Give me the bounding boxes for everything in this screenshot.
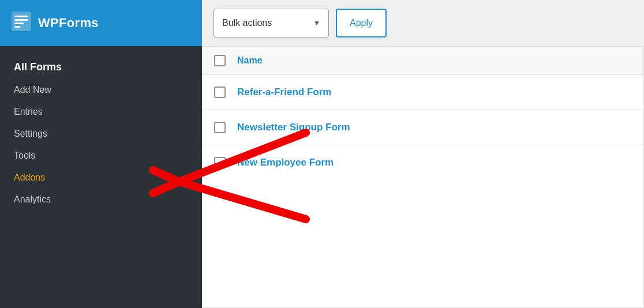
chevron-down-icon: ▼	[313, 19, 320, 27]
sidebar-nav: All Forms Add New Entries Settings Tools…	[0, 46, 202, 308]
forms-table: Name Refer-a-Friend Form Newsletter Sign…	[202, 46, 644, 308]
sidebar-item-analytics[interactable]: Analytics	[0, 189, 202, 211]
bulk-actions-dropdown[interactable]: Bulk actions ▼	[214, 9, 329, 37]
sidebar-item-all-forms[interactable]: All Forms	[0, 55, 202, 79]
sidebar-header: WPForms	[0, 0, 202, 46]
sidebar-item-add-new[interactable]: Add New	[0, 79, 202, 101]
svg-rect-0	[12, 12, 31, 31]
table-row: Newsletter Signup Form	[203, 110, 643, 145]
sidebar-item-tools[interactable]: Tools	[0, 145, 202, 167]
svg-rect-1	[14, 16, 28, 17]
table-row: New Employee Form	[203, 145, 643, 180]
row-checkbox-3[interactable]	[214, 157, 226, 168]
column-header-name: Name	[237, 55, 263, 66]
sidebar-title: WPForms	[38, 16, 99, 31]
form-name-1[interactable]: Refer-a-Friend Form	[237, 87, 331, 98]
form-name-2[interactable]: Newsletter Signup Form	[237, 122, 350, 133]
svg-rect-4	[14, 26, 20, 28]
table-row: Refer-a-Friend Form	[203, 75, 643, 110]
select-all-checkbox[interactable]	[214, 55, 226, 66]
wpforms-logo-icon	[12, 12, 31, 35]
form-name-3[interactable]: New Employee Form	[237, 157, 334, 168]
svg-rect-2	[14, 19, 28, 21]
toolbar: Bulk actions ▼ Apply	[202, 0, 644, 46]
sidebar: WPForms All Forms Add New Entries Settin…	[0, 0, 202, 308]
sidebar-item-entries[interactable]: Entries	[0, 101, 202, 123]
table-header-row: Name	[203, 47, 643, 75]
sidebar-item-addons[interactable]: Addons	[0, 167, 202, 189]
sidebar-item-settings[interactable]: Settings	[0, 123, 202, 145]
row-checkbox-1[interactable]	[214, 87, 226, 98]
bulk-actions-label: Bulk actions	[222, 18, 272, 28]
main-content: Bulk actions ▼ Apply Name Refer-a-Friend…	[202, 0, 644, 308]
svg-rect-3	[14, 22, 24, 24]
row-checkbox-2[interactable]	[214, 122, 226, 133]
apply-button[interactable]: Apply	[336, 9, 387, 37]
